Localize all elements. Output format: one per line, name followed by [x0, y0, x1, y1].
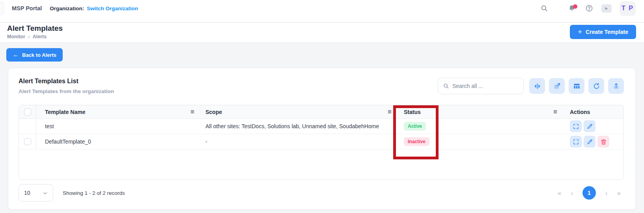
- status-badge: Inactive: [404, 137, 429, 146]
- column-resize-button[interactable]: [529, 78, 545, 94]
- back-arrow-icon: ←: [13, 52, 19, 58]
- table-empty-area: [19, 149, 623, 179]
- current-page-button[interactable]: 1: [582, 186, 596, 200]
- template-name: DefaultTemplate_0: [45, 138, 91, 145]
- export-button[interactable]: [608, 78, 624, 94]
- actions-cell: [563, 134, 623, 149]
- brand-title: MSP Portal: [12, 5, 42, 11]
- refresh-button[interactable]: [588, 78, 604, 94]
- pagination: « ‹ 1 › »: [558, 186, 624, 200]
- switch-organization-link[interactable]: Switch Organization: [87, 6, 138, 11]
- page-title: Alert Templates: [7, 24, 63, 33]
- back-to-alerts-button[interactable]: ← Back to Alerts: [6, 48, 63, 62]
- scope-cell: -: [200, 134, 397, 149]
- breadcrumb-separator: –: [28, 34, 30, 39]
- records-summary: Showing 1 - 2 of 2 records: [63, 190, 125, 196]
- create-template-button[interactable]: + Create Template: [570, 25, 636, 39]
- header-status-label[interactable]: Status: [404, 109, 421, 115]
- status-cell: Active: [397, 119, 563, 134]
- edit-pencil-icon: [586, 123, 593, 130]
- card-header: Alert Templates List Alert Templates fro…: [8, 68, 635, 105]
- column-menu-icon[interactable]: ≡: [553, 108, 557, 115]
- breadcrumb-alerts[interactable]: Alerts: [33, 34, 47, 39]
- page-size-value: 10: [24, 190, 30, 196]
- row-checkbox-cell: [19, 119, 36, 134]
- header-status: Status ≡: [397, 105, 563, 118]
- template-name-cell: test: [36, 119, 200, 134]
- select-all-cell: [19, 105, 36, 118]
- header-template-name-label[interactable]: Template Name: [45, 109, 85, 115]
- search-box: [438, 78, 524, 94]
- status-cell: Inactive: [397, 134, 563, 149]
- edit-template-button[interactable]: [584, 136, 595, 148]
- scope-value: All other sites: TestDocs, Solutions lab…: [205, 123, 379, 129]
- card-title: Alert Templates List: [19, 78, 114, 85]
- delete-template-button[interactable]: [597, 136, 609, 148]
- table-row: DefaultTemplate_0 - Inactive: [19, 134, 623, 149]
- open-external-button[interactable]: [549, 78, 565, 94]
- search-icon[interactable]: [540, 4, 549, 13]
- search-input-icon: [443, 83, 449, 89]
- page-header-text: Alert Templates Monitor–Alerts: [7, 24, 63, 39]
- help-icon[interactable]: [585, 4, 594, 13]
- open-external-icon: [553, 82, 561, 90]
- template-name-cell: DefaultTemplate_0: [36, 134, 200, 149]
- table-row: test All other sites: TestDocs, Solution…: [19, 119, 623, 134]
- table-header-row: Template Name ≡ Scope ≡ Status ≡ Actions: [19, 105, 623, 119]
- table-columns-button[interactable]: [569, 78, 584, 94]
- play-glyph: ▶: [605, 6, 608, 10]
- last-page-button[interactable]: »: [617, 190, 621, 196]
- alert-templates-card: Alert Templates List Alert Templates fro…: [8, 68, 636, 210]
- card-footer: 10 Showing 1 - 2 of 2 records « ‹ 1 › »: [19, 184, 624, 202]
- header-actions: Actions: [563, 105, 623, 118]
- organization-label: Organization:: [50, 6, 84, 11]
- next-page-button[interactable]: ›: [605, 190, 608, 196]
- avatar[interactable]: T P: [620, 1, 636, 16]
- row-checkbox[interactable]: [24, 138, 31, 145]
- expand-row-button[interactable]: [570, 120, 582, 132]
- notifications-bell-icon[interactable]: [567, 4, 576, 13]
- page-size-select[interactable]: 10: [19, 184, 53, 202]
- video-play-icon[interactable]: ▶: [601, 4, 612, 13]
- edit-template-button[interactable]: [584, 120, 595, 132]
- header-scope: Scope ≡: [200, 105, 397, 118]
- search-input[interactable]: [452, 83, 519, 89]
- expand-icon: [573, 138, 579, 145]
- expand-icon: [573, 123, 579, 130]
- chevron-down-icon: [43, 191, 48, 196]
- select-all-checkbox[interactable]: [24, 108, 31, 116]
- create-template-label: Create Template: [586, 29, 628, 35]
- breadcrumb-monitor[interactable]: Monitor: [7, 34, 25, 39]
- topbar-actions: ▶ T P: [540, 1, 636, 16]
- expand-row-button[interactable]: [570, 136, 582, 148]
- column-menu-icon[interactable]: ≡: [190, 108, 194, 115]
- scope-cell: All other sites: TestDocs, Solutions lab…: [200, 119, 397, 134]
- column-menu-icon[interactable]: ≡: [388, 108, 392, 115]
- row-checkbox-cell: [19, 134, 36, 149]
- scope-value: -: [205, 138, 207, 145]
- column-resize-icon: [534, 82, 541, 90]
- actions-cell: [563, 119, 623, 134]
- notification-dot: [573, 4, 577, 9]
- page-header: Alert Templates Monitor–Alerts + Create …: [0, 23, 644, 43]
- header-actions-label: Actions: [570, 109, 590, 115]
- card-subtitle: Alert Templates from the organization: [19, 88, 114, 94]
- topbar: MSP Portal Organization: Switch Organiza…: [0, 0, 644, 22]
- trash-icon: [600, 138, 607, 145]
- export-icon: [612, 82, 620, 90]
- edit-pencil-icon: [586, 138, 593, 145]
- table-columns-icon: [573, 82, 581, 90]
- breadcrumb: Monitor–Alerts: [7, 34, 63, 39]
- template-name: test: [45, 123, 54, 129]
- card-controls: [438, 78, 624, 94]
- sidebar-toggle-edge[interactable]: [0, 2, 4, 15]
- plus-icon: +: [578, 28, 582, 36]
- refresh-icon: [593, 82, 600, 90]
- card-header-text: Alert Templates List Alert Templates fro…: [19, 78, 114, 94]
- table-body: test All other sites: TestDocs, Solution…: [19, 119, 623, 149]
- header-scope-label[interactable]: Scope: [205, 109, 222, 115]
- first-page-button[interactable]: «: [558, 190, 561, 196]
- header-template-name: Template Name ≡: [36, 105, 200, 118]
- templates-table: Template Name ≡ Scope ≡ Status ≡ Actions…: [19, 105, 624, 180]
- previous-page-button[interactable]: ‹: [571, 190, 573, 196]
